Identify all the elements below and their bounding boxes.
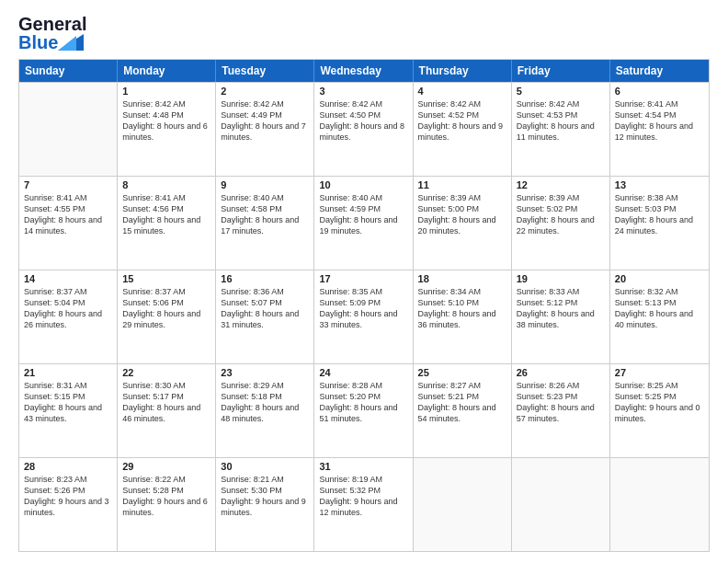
week-row-2: 7Sunrise: 8:41 AM Sunset: 4:55 PM Daylig… [19,176,709,270]
day-cell-5: 5Sunrise: 8:42 AM Sunset: 4:53 PM Daylig… [512,83,610,176]
day-cell-7: 7Sunrise: 8:41 AM Sunset: 4:55 PM Daylig… [19,177,118,270]
svg-marker-1 [58,36,76,51]
day-number: 4 [418,86,506,97]
cell-info: Sunrise: 8:40 AM Sunset: 4:59 PM Dayligh… [319,192,407,237]
day-number: 25 [418,367,506,378]
cell-info: Sunrise: 8:42 AM Sunset: 4:49 PM Dayligh… [221,98,309,144]
cell-info: Sunrise: 8:25 AM Sunset: 5:25 PM Dayligh… [615,380,704,425]
empty-cell [512,458,610,551]
day-number: 5 [517,86,605,97]
cell-info: Sunrise: 8:31 AM Sunset: 5:15 PM Dayligh… [24,380,112,425]
day-number: 24 [319,367,407,378]
cell-info: Sunrise: 8:38 AM Sunset: 5:03 PM Dayligh… [615,192,704,237]
day-number: 14 [24,273,112,284]
day-number: 17 [319,273,407,284]
cell-info: Sunrise: 8:37 AM Sunset: 5:04 PM Dayligh… [24,286,112,331]
day-cell-19: 19Sunrise: 8:33 AM Sunset: 5:12 PM Dayli… [512,270,610,363]
day-cell-12: 12Sunrise: 8:39 AM Sunset: 5:02 PM Dayli… [512,177,610,270]
day-number: 15 [122,273,210,284]
day-cell-22: 22Sunrise: 8:30 AM Sunset: 5:17 PM Dayli… [118,364,216,457]
day-cell-18: 18Sunrise: 8:34 AM Sunset: 5:10 PM Dayli… [414,270,512,363]
day-cell-27: 27Sunrise: 8:25 AM Sunset: 5:25 PM Dayli… [610,364,709,457]
cell-info: Sunrise: 8:29 AM Sunset: 5:18 PM Dayligh… [221,380,309,425]
cell-info: Sunrise: 8:23 AM Sunset: 5:26 PM Dayligh… [24,474,112,519]
cell-info: Sunrise: 8:26 AM Sunset: 5:23 PM Dayligh… [517,380,605,425]
cell-info: Sunrise: 8:19 AM Sunset: 5:32 PM Dayligh… [319,474,407,519]
day-cell-3: 3Sunrise: 8:42 AM Sunset: 4:50 PM Daylig… [314,83,413,176]
day-cell-23: 23Sunrise: 8:29 AM Sunset: 5:18 PM Dayli… [216,364,314,457]
cell-info: Sunrise: 8:27 AM Sunset: 5:21 PM Dayligh… [418,380,506,425]
day-number: 26 [517,367,605,378]
cell-info: Sunrise: 8:42 AM Sunset: 4:48 PM Dayligh… [122,98,210,144]
day-number: 2 [221,86,309,97]
day-header-saturday: Saturday [610,60,709,82]
day-number: 8 [122,179,210,190]
header: General Blue [18,15,710,52]
cell-info: Sunrise: 8:32 AM Sunset: 5:13 PM Dayligh… [615,286,704,331]
day-cell-30: 30Sunrise: 8:21 AM Sunset: 5:30 PM Dayli… [216,458,314,551]
day-cell-4: 4Sunrise: 8:42 AM Sunset: 4:52 PM Daylig… [414,83,512,176]
day-header-thursday: Thursday [414,60,512,82]
calendar-header: SundayMondayTuesdayWednesdayThursdayFrid… [19,60,709,82]
day-number: 29 [122,461,210,472]
day-number: 21 [24,367,112,378]
day-number: 28 [24,461,112,472]
day-cell-14: 14Sunrise: 8:37 AM Sunset: 5:04 PM Dayli… [19,270,118,363]
empty-cell [19,83,118,176]
day-cell-16: 16Sunrise: 8:36 AM Sunset: 5:07 PM Dayli… [216,270,314,363]
cell-info: Sunrise: 8:42 AM Sunset: 4:52 PM Dayligh… [418,98,506,144]
calendar-body: 1Sunrise: 8:42 AM Sunset: 4:48 PM Daylig… [19,82,709,551]
day-cell-6: 6Sunrise: 8:41 AM Sunset: 4:54 PM Daylig… [610,83,709,176]
day-number: 30 [221,461,309,472]
calendar: SundayMondayTuesdayWednesdayThursdayFrid… [18,59,710,552]
day-cell-13: 13Sunrise: 8:38 AM Sunset: 5:03 PM Dayli… [610,177,709,270]
week-row-5: 28Sunrise: 8:23 AM Sunset: 5:26 PM Dayli… [19,457,709,551]
cell-info: Sunrise: 8:30 AM Sunset: 5:17 PM Dayligh… [122,380,210,425]
empty-cell [610,458,709,551]
day-cell-9: 9Sunrise: 8:40 AM Sunset: 4:58 PM Daylig… [216,177,314,270]
logo-blue: Blue [18,33,58,52]
day-number: 22 [122,367,210,378]
day-header-tuesday: Tuesday [216,60,314,82]
day-number: 20 [615,273,704,284]
cell-info: Sunrise: 8:41 AM Sunset: 4:56 PM Dayligh… [122,192,210,237]
cell-info: Sunrise: 8:42 AM Sunset: 4:50 PM Dayligh… [319,98,407,144]
cell-info: Sunrise: 8:41 AM Sunset: 4:54 PM Dayligh… [615,98,704,144]
day-cell-11: 11Sunrise: 8:39 AM Sunset: 5:00 PM Dayli… [414,177,512,270]
cell-info: Sunrise: 8:21 AM Sunset: 5:30 PM Dayligh… [221,474,309,519]
day-number: 9 [221,179,309,190]
cell-info: Sunrise: 8:41 AM Sunset: 4:55 PM Dayligh… [24,192,112,237]
day-cell-8: 8Sunrise: 8:41 AM Sunset: 4:56 PM Daylig… [118,177,216,270]
day-number: 1 [122,86,210,97]
day-cell-15: 15Sunrise: 8:37 AM Sunset: 5:06 PM Dayli… [118,270,216,363]
cell-info: Sunrise: 8:34 AM Sunset: 5:10 PM Dayligh… [418,286,506,331]
page: General Blue SundayMondayTuesdayWednesda… [0,0,728,563]
day-number: 18 [418,273,506,284]
cell-info: Sunrise: 8:42 AM Sunset: 4:53 PM Dayligh… [517,98,605,144]
week-row-4: 21Sunrise: 8:31 AM Sunset: 5:15 PM Dayli… [19,363,709,457]
day-header-monday: Monday [118,60,216,82]
day-cell-20: 20Sunrise: 8:32 AM Sunset: 5:13 PM Dayli… [610,270,709,363]
day-number: 6 [615,86,704,97]
logo-general: General [18,15,86,33]
day-cell-2: 2Sunrise: 8:42 AM Sunset: 4:49 PM Daylig… [216,83,314,176]
day-header-sunday: Sunday [19,60,118,82]
day-number: 11 [418,179,506,190]
day-cell-28: 28Sunrise: 8:23 AM Sunset: 5:26 PM Dayli… [19,458,118,551]
cell-info: Sunrise: 8:39 AM Sunset: 5:00 PM Dayligh… [418,192,506,237]
cell-info: Sunrise: 8:36 AM Sunset: 5:07 PM Dayligh… [221,286,309,331]
day-number: 31 [319,461,407,472]
day-number: 3 [319,86,407,97]
day-number: 16 [221,273,309,284]
day-cell-1: 1Sunrise: 8:42 AM Sunset: 4:48 PM Daylig… [118,83,216,176]
day-number: 13 [615,179,704,190]
day-cell-25: 25Sunrise: 8:27 AM Sunset: 5:21 PM Dayli… [414,364,512,457]
day-cell-17: 17Sunrise: 8:35 AM Sunset: 5:09 PM Dayli… [314,270,413,363]
cell-info: Sunrise: 8:37 AM Sunset: 5:06 PM Dayligh… [122,286,210,331]
day-number: 27 [615,367,704,378]
logo: General Blue [18,15,86,52]
cell-info: Sunrise: 8:22 AM Sunset: 5:28 PM Dayligh… [122,474,210,519]
cell-info: Sunrise: 8:35 AM Sunset: 5:09 PM Dayligh… [319,286,407,331]
empty-cell [414,458,512,551]
logo-icon [58,34,84,51]
